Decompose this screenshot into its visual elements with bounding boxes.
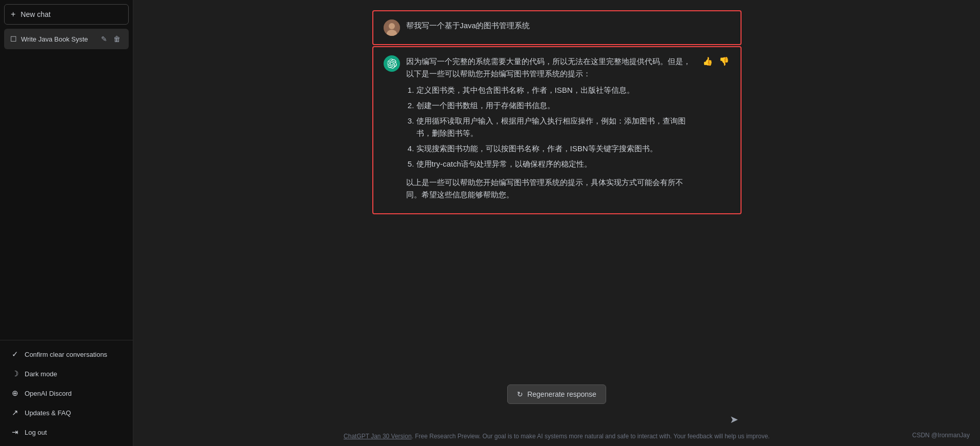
user-message-text: 帮我写一个基于Java的图书管理系统 bbox=[406, 19, 730, 32]
assistant-outro: 以上是一些可以帮助您开始编写图书管理系统的提示，具体实现方式可能会有所不同。希望… bbox=[406, 176, 695, 201]
sidebar: + New chat ☐ Write Java Book Syste ✎ 🗑 ✓… bbox=[0, 0, 133, 446]
user-message: 帮我写一个基于Java的图书管理系统 bbox=[372, 10, 742, 45]
bottom-bar: ↻ Regenerate response ➤ ChatGPT Jan 30 V… bbox=[133, 378, 980, 446]
user-avatar bbox=[384, 19, 400, 36]
plus-icon: + bbox=[11, 10, 15, 19]
chat-area: 帮我写一个基于Java的图书管理系统 因为编写一个完整的系统需要大量的代码，所以… bbox=[133, 0, 980, 378]
svg-point-1 bbox=[389, 23, 395, 29]
delete-chat-button[interactable]: 🗑 bbox=[111, 34, 123, 44]
external-link-icon: ↗ bbox=[10, 408, 19, 417]
thumbs-down-button[interactable]: 👎 bbox=[718, 55, 730, 67]
list-item-1: 定义图书类，其中包含图书名称，作者，ISBN，出版社等信息。 bbox=[416, 84, 695, 96]
list-item-2: 创建一个图书数组，用于存储图书信息。 bbox=[416, 99, 695, 112]
send-icon: ➤ bbox=[730, 414, 738, 425]
footer-description: . Free Research Preview. Our goal is to … bbox=[412, 433, 770, 440]
new-chat-button[interactable]: + New chat bbox=[4, 4, 129, 25]
sidebar-item-discord[interactable]: ⊕ OpenAI Discord bbox=[4, 383, 129, 403]
confirm-clear-label: Confirm clear conversations bbox=[25, 351, 107, 358]
chat-item-label: Write Java Book Syste bbox=[21, 35, 95, 43]
list-item-5: 使用try-catch语句处理异常，以确保程序的稳定性。 bbox=[416, 158, 695, 170]
regenerate-label: Regenerate response bbox=[527, 390, 596, 398]
sidebar-bottom: ✓ Confirm clear conversations ☽ Dark mod… bbox=[0, 340, 133, 446]
assistant-intro: 因为编写一个完整的系统需要大量的代码，所以无法在这里完整地提供代码。但是，以下是… bbox=[406, 55, 695, 80]
dark-mode-label: Dark mode bbox=[25, 370, 57, 378]
sidebar-item-updates-faq[interactable]: ↗ Updates & FAQ bbox=[4, 403, 129, 422]
assistant-message: 因为编写一个完整的系统需要大量的代码，所以无法在这里完整地提供代码。但是，以下是… bbox=[372, 46, 742, 214]
footer-attribution: CSDN @IronmanJay bbox=[912, 432, 970, 439]
footer-text: ChatGPT Jan 30 Version. Free Research Pr… bbox=[344, 433, 770, 440]
edit-chat-button[interactable]: ✎ bbox=[99, 34, 109, 44]
logout-icon: ⇥ bbox=[10, 428, 19, 437]
chat-icon: ☐ bbox=[10, 35, 17, 43]
sidebar-item-logout[interactable]: ⇥ Log out bbox=[4, 422, 129, 442]
assistant-avatar bbox=[384, 55, 400, 72]
chat-container: 帮我写一个基于Java的图书管理系统 因为编写一个完整的系统需要大量的代码，所以… bbox=[372, 10, 742, 214]
send-button[interactable]: ➤ bbox=[727, 410, 742, 429]
chat-history-item[interactable]: ☐ Write Java Book Syste ✎ 🗑 bbox=[4, 29, 129, 49]
sidebar-item-dark-mode[interactable]: ☽ Dark mode bbox=[4, 364, 129, 383]
checkmark-icon: ✓ bbox=[10, 350, 19, 359]
updates-faq-label: Updates & FAQ bbox=[25, 409, 71, 417]
chat-item-actions: ✎ 🗑 bbox=[99, 34, 123, 44]
assistant-list: 定义图书类，其中包含图书名称，作者，ISBN，出版社等信息。 创建一个图书数组，… bbox=[406, 84, 695, 170]
discord-label: OpenAI Discord bbox=[25, 390, 72, 397]
message-actions: 👍 👎 bbox=[702, 55, 730, 67]
main-content: 帮我写一个基于Java的图书管理系统 因为编写一个完整的系统需要大量的代码，所以… bbox=[133, 0, 980, 446]
list-item-3: 使用循环读取用户输入，根据用户输入执行相应操作，例如：添加图书，查询图书，删除图… bbox=[416, 115, 695, 139]
input-row: ➤ bbox=[372, 410, 742, 429]
assistant-message-content: 因为编写一个完整的系统需要大量的代码，所以无法在这里完整地提供代码。但是，以下是… bbox=[406, 55, 695, 205]
regenerate-icon: ↻ bbox=[517, 390, 523, 398]
moon-icon: ☽ bbox=[10, 369, 19, 378]
new-chat-label: New chat bbox=[21, 10, 50, 18]
footer-link[interactable]: ChatGPT Jan 30 Version bbox=[344, 433, 412, 440]
regenerate-button[interactable]: ↻ Regenerate response bbox=[507, 384, 606, 404]
thumbs-up-button[interactable]: 👍 bbox=[702, 55, 714, 67]
logout-label: Log out bbox=[25, 429, 47, 436]
sidebar-item-confirm-clear[interactable]: ✓ Confirm clear conversations bbox=[4, 344, 129, 364]
sidebar-top: + New chat ☐ Write Java Book Syste ✎ 🗑 bbox=[0, 0, 133, 340]
discord-icon: ⊕ bbox=[10, 389, 19, 398]
list-item-4: 实现搜索图书功能，可以按图书名称，作者，ISBN等关键字搜索图书。 bbox=[416, 143, 695, 155]
